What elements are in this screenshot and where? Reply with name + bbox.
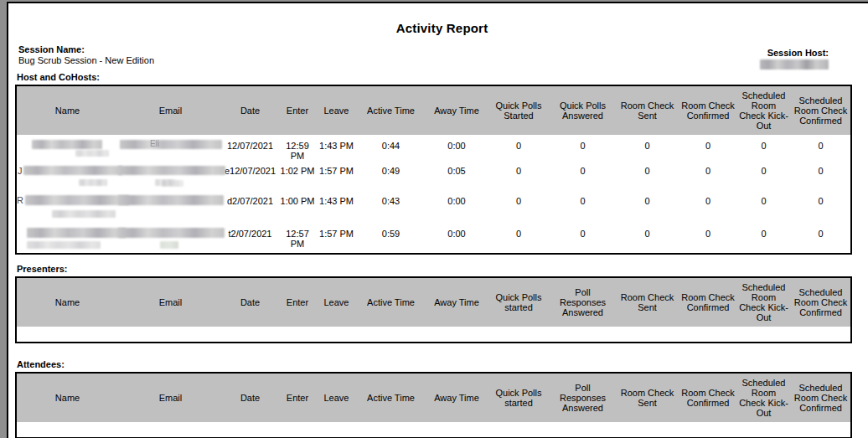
attendees-table: NameEmailDateEnterLeaveActive TimeAway T… xyxy=(15,372,852,438)
session-name-label: Session Name: xyxy=(18,44,154,55)
column-header: Active Time xyxy=(355,277,426,327)
leave-cell: 1:57 PM xyxy=(318,161,355,186)
email-cell xyxy=(118,219,223,254)
column-header: Active Time xyxy=(355,85,426,135)
column-header: Room Check Confirmed xyxy=(679,277,736,327)
name-fragment: R xyxy=(17,195,23,205)
column-header: Quick Polls started xyxy=(487,277,550,327)
quick-polls-answered-cell: 0 xyxy=(550,186,615,219)
room-check-sent-cell: 0 xyxy=(615,219,679,254)
redacted-email-bar xyxy=(118,166,225,175)
scheduled-room-check-confirmed-cell: 0 xyxy=(791,135,851,161)
name-fragment: J xyxy=(18,166,23,176)
quick-polls-answered-cell: 0 xyxy=(550,161,615,186)
column-header: Poll Responses Answered xyxy=(550,373,615,422)
desktop-backdrop: { "report": { "title": "Activity Report"… xyxy=(0,0,868,438)
redacted-email-bar-2 xyxy=(162,180,183,187)
quick-polls-started-cell: 0 xyxy=(487,135,550,161)
column-header: Name xyxy=(16,373,118,422)
scheduled-room-check-confirmed-cell: 0 xyxy=(791,161,851,186)
redacted-name-bar xyxy=(32,140,102,149)
table-row: Eli12/07/202112:59 PM1:43 PM0:440:000000… xyxy=(16,135,851,161)
host-cohosts-table: NameEmailDateEnterLeaveActive TimeAway T… xyxy=(15,85,852,255)
date-cell: t2/07/2021 xyxy=(223,219,277,254)
presenters-table: NameEmailDateEnterLeaveActive TimeAway T… xyxy=(15,276,852,343)
section-host-cohosts: Host and CoHosts:NameEmailDateEnterLeave… xyxy=(15,72,868,255)
redacted-name-bar-2 xyxy=(27,241,101,249)
column-header: Enter xyxy=(277,85,318,135)
away-time-cell: 0:05 xyxy=(426,161,487,186)
room-check-sent-cell: 0 xyxy=(615,135,679,161)
redacted-name-bar-2 xyxy=(75,150,109,157)
column-header: Quick Polls started xyxy=(487,373,550,422)
table-row: Je12/07/20211:02 PM1:57 PM0:490:05000000 xyxy=(16,161,851,186)
active-time-cell: 0:43 xyxy=(355,186,426,219)
column-header: Room Check Sent xyxy=(615,277,679,327)
column-header: Away Time xyxy=(426,85,487,135)
column-header: Enter xyxy=(277,277,318,327)
column-header: Leave xyxy=(318,85,355,135)
room-check-confirmed-cell: 0 xyxy=(679,135,736,161)
redacted-email-bar-2 xyxy=(160,241,178,249)
column-header: Scheduled Room Check Kick-Out xyxy=(736,373,791,422)
host-cohosts-header-row: NameEmailDateEnterLeaveActive TimeAway T… xyxy=(16,85,851,135)
header-row: NameEmailDateEnterLeaveActive TimeAway T… xyxy=(16,85,851,135)
enter-cell: 1:02 PM xyxy=(277,161,318,186)
name-cell: R xyxy=(16,186,118,219)
table-row: Rd2/07/20211:00 PM1:43 PM0:430:00000000 xyxy=(16,186,851,219)
scheduled-room-check-kickout-cell: 0 xyxy=(736,219,791,254)
empty-cell xyxy=(16,327,851,343)
scheduled-room-check-confirmed-cell: 0 xyxy=(791,186,851,219)
page-title: Activity Report xyxy=(15,21,868,35)
quick-polls-started-cell: 0 xyxy=(487,219,550,254)
attendees-label: Attendees: xyxy=(17,359,868,369)
enter-cell: 12:57 PM xyxy=(277,219,318,254)
email-cell xyxy=(118,186,223,219)
email-cell: Eli xyxy=(118,135,223,161)
empty-row xyxy=(16,422,851,438)
active-time-cell: 0:59 xyxy=(355,219,426,254)
leave-cell: 1:43 PM xyxy=(318,135,355,161)
redacted-email-bar xyxy=(120,140,222,149)
column-header: Scheduled Room Check Kick-Out xyxy=(736,277,791,327)
leave-cell: 1:43 PM xyxy=(318,186,355,219)
column-header: Poll Responses Answered xyxy=(550,277,615,327)
attendees-body xyxy=(16,422,851,438)
session-host-label: Session Host: xyxy=(760,48,829,59)
column-header: Room Check Confirmed xyxy=(679,85,736,135)
column-header: Scheduled Room Check Confirmed xyxy=(791,277,851,327)
attendees-header-row: NameEmailDateEnterLeaveActive TimeAway T… xyxy=(16,373,851,422)
presenters-label: Presenters: xyxy=(17,264,868,274)
table-row: t2/07/202112:57 PM1:57 PM0:590:00000000 xyxy=(16,219,851,254)
scheduled-room-check-confirmed-cell: 0 xyxy=(791,219,851,254)
report-page: Activity Report Session Name: Bug Scrub … xyxy=(7,2,868,438)
quick-polls-answered-cell: 0 xyxy=(550,135,615,161)
away-time-cell: 0:00 xyxy=(426,135,487,161)
redacted-name-bar-2 xyxy=(79,179,107,186)
away-time-cell: 0:00 xyxy=(426,219,487,254)
column-header: Email xyxy=(118,85,223,135)
column-header: Away Time xyxy=(426,373,487,422)
enter-cell: 12:59 PM xyxy=(277,135,318,161)
name-cell: J xyxy=(16,161,118,186)
column-header: Scheduled Room Check Kick-Out xyxy=(736,85,791,135)
column-header: Scheduled Room Check Confirmed xyxy=(791,85,851,135)
host-cohosts-label: Host and CoHosts: xyxy=(17,72,868,82)
room-check-confirmed-cell: 0 xyxy=(679,161,736,186)
column-header: Room Check Sent xyxy=(615,373,679,422)
session-host-redacted-value xyxy=(760,59,829,70)
redacted-name-bar xyxy=(25,195,129,205)
column-header: Room Check Confirmed xyxy=(679,373,736,422)
quick-polls-answered-cell: 0 xyxy=(550,219,615,254)
date-cell: e12/07/2021 xyxy=(223,161,277,186)
quick-polls-started-cell: 0 xyxy=(487,186,550,219)
column-header: Email xyxy=(118,373,223,422)
name-cell xyxy=(16,219,118,254)
section-presenters: Presenters:NameEmailDateEnterLeaveActive… xyxy=(15,264,868,343)
email-fragment: Eli xyxy=(150,139,159,148)
date-cell: d2/07/2021 xyxy=(223,186,277,219)
enter-cell: 1:00 PM xyxy=(277,186,318,219)
name-cell xyxy=(16,135,118,161)
room-check-sent-cell: 0 xyxy=(615,161,679,186)
leave-cell: 1:57 PM xyxy=(318,219,355,254)
